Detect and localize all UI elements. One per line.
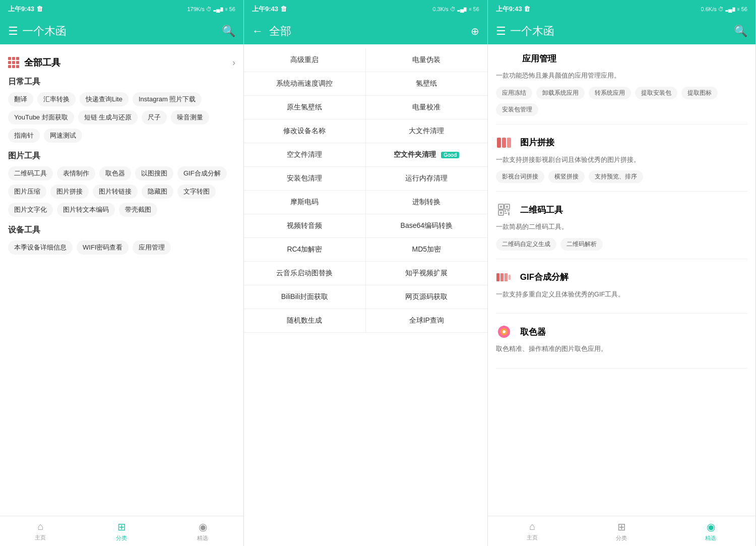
tab-category-1[interactable]: ⊞ 分类 bbox=[81, 516, 162, 546]
image-tools-title: 图片工具 bbox=[8, 151, 235, 161]
top-nav-2: ← 全部 ⊕ bbox=[244, 18, 487, 44]
tag-freeze[interactable]: 应用冻结 bbox=[496, 87, 532, 99]
svg-rect-11 bbox=[505, 213, 507, 214]
tag-transfer[interactable]: 转系统应用 bbox=[589, 87, 631, 99]
tag-preview[interactable]: 支持预览、排序 bbox=[589, 170, 643, 183]
tool-cell[interactable]: 氢壁纸 bbox=[366, 72, 487, 96]
tag-imgstitch[interactable]: 图片拼接 bbox=[50, 185, 89, 199]
tag-icon[interactable]: 提取图标 bbox=[681, 87, 718, 99]
category-icon-1: ⊞ bbox=[117, 521, 126, 533]
tag-extract[interactable]: 提取安装包 bbox=[635, 87, 677, 99]
tool-cell[interactable]: 原生氢壁纸 bbox=[244, 96, 366, 119]
menu-icon-3[interactable]: ☰ bbox=[496, 25, 506, 38]
tool-cell[interactable]: 安装包清理 bbox=[244, 167, 366, 191]
tag-wifi[interactable]: WIFI密码查看 bbox=[77, 240, 129, 255]
tag-imgcompress[interactable]: 图片压缩 bbox=[8, 185, 46, 199]
tag-hv[interactable]: 横竖拼接 bbox=[548, 170, 585, 183]
tag-img2text[interactable]: 图片转文本编码 bbox=[57, 203, 115, 217]
tool-cell[interactable]: MD5加密 bbox=[366, 238, 487, 262]
back-icon-2[interactable]: ← bbox=[252, 25, 263, 38]
tool-cell-bold[interactable]: 空文件夹清理 Good bbox=[366, 143, 487, 167]
qrcode-icon bbox=[496, 202, 512, 218]
tool-cell[interactable]: 视频转音频 bbox=[244, 214, 366, 238]
tag-subtitle[interactable]: 影视台词拼接 bbox=[496, 170, 544, 183]
tag-devinfo[interactable]: 本季设备详细信息 bbox=[8, 240, 73, 255]
all-tools-arrow[interactable]: › bbox=[232, 57, 235, 68]
table-row: 云音乐启动图替换 知乎视频扩展 bbox=[244, 262, 487, 285]
tag-shortlink[interactable]: 短链 生成与还原 bbox=[78, 110, 138, 125]
tag-gif[interactable]: GIF合成分解 bbox=[177, 166, 227, 180]
status-bar-3: 上午9:43 🗑 0.6K/s ⏱ ▂▄▆ ≋ 56 bbox=[488, 0, 755, 18]
tool-cell[interactable]: 高级重启 bbox=[244, 48, 366, 72]
tag-imgsearch[interactable]: 以图搜图 bbox=[135, 166, 173, 180]
tag-ruler[interactable]: 尺子 bbox=[142, 110, 167, 125]
search-icon-3[interactable]: 🔍 bbox=[734, 25, 747, 38]
status-bar-1: 上午9:43 🗑 179K/s ⏱ ▂▄▆ ≋ 56 bbox=[0, 0, 243, 18]
tool-cell[interactable]: 随机数生成 bbox=[244, 309, 366, 333]
svg-rect-12 bbox=[508, 212, 510, 215]
table-row: RC4加解密 MD5加密 bbox=[244, 238, 487, 262]
tag-qr-parse[interactable]: 二维码解析 bbox=[560, 238, 603, 251]
tool-list: 高级重启 电量伪装 系统动画速度调控 氢壁纸 原生氢壁纸 电量校准 修改设备名称… bbox=[244, 44, 487, 546]
all-tools-header[interactable]: 全部工具 › bbox=[8, 56, 235, 69]
tool-cell[interactable]: 摩斯电码 bbox=[244, 191, 366, 214]
featured-icon-1: ◉ bbox=[199, 521, 207, 533]
tool-cell[interactable]: 电量校准 bbox=[366, 96, 487, 119]
tag-hidden[interactable]: 隐藏图 bbox=[142, 185, 173, 199]
app-desc-gif: 一款支持多重自定义且体验优秀的GIF工具。 bbox=[496, 289, 747, 299]
tool-cell[interactable]: 系统动画速度调控 bbox=[244, 72, 366, 96]
all-tools-title: 全部工具 bbox=[24, 56, 232, 69]
svg-rect-4 bbox=[500, 206, 502, 208]
tool-cell[interactable]: 修改设备名称 bbox=[244, 119, 366, 143]
tag-qr-gen[interactable]: 二维码自定义生成 bbox=[496, 238, 556, 251]
tag-youtube[interactable]: YouTube 封面获取 bbox=[8, 110, 74, 125]
tool-cell[interactable]: 全球IP查询 bbox=[366, 309, 487, 333]
tool-cell[interactable]: 网页源码获取 bbox=[366, 285, 487, 309]
tab-category-3[interactable]: ⊞ 分类 bbox=[577, 516, 666, 546]
featured-label-1: 精选 bbox=[197, 534, 208, 542]
panel1-content: 全部工具 › 日常工具 翻译 汇率转换 快递查询Lite Instagram 照… bbox=[0, 44, 243, 516]
tag-express[interactable]: 快递查询Lite bbox=[80, 92, 129, 106]
tag-pkgmgr[interactable]: 安装包管理 bbox=[496, 103, 538, 116]
tag-instagram[interactable]: Instagram 照片下载 bbox=[133, 92, 202, 106]
tag-translate[interactable]: 翻译 bbox=[8, 92, 33, 106]
tag-qrcode[interactable]: 二维码工具 bbox=[8, 166, 53, 180]
tool-cell[interactable]: 空文件清理 bbox=[244, 143, 366, 167]
tool-cell[interactable]: 大文件清理 bbox=[366, 119, 487, 143]
tool-cell[interactable]: 知乎视频扩展 bbox=[366, 262, 487, 285]
tag-currency[interactable]: 汇率转换 bbox=[37, 92, 76, 106]
tag-imgocr[interactable]: 图片文字化 bbox=[8, 203, 53, 217]
tool-cell[interactable]: 云音乐启动图替换 bbox=[244, 262, 366, 285]
tag-emoji[interactable]: 表情制作 bbox=[57, 166, 95, 180]
tag-noise[interactable]: 噪音测量 bbox=[171, 110, 209, 125]
home-icon-1: ⌂ bbox=[37, 521, 43, 532]
menu-icon-1[interactable]: ☰ bbox=[8, 25, 18, 38]
time-3: 上午9:43 🗑 bbox=[496, 5, 531, 14]
tag-appmanage[interactable]: 应用管理 bbox=[133, 240, 171, 255]
tool-cell[interactable]: 进制转换 bbox=[366, 191, 487, 214]
app-tags-appmanager: 应用冻结 卸载系统应用 转系统应用 提取安装包 提取图标 安装包管理 bbox=[496, 87, 747, 116]
add-icon-2[interactable]: ⊕ bbox=[471, 25, 479, 37]
tab-featured-1[interactable]: ◉ 精选 bbox=[162, 516, 243, 546]
svg-rect-2 bbox=[507, 138, 511, 148]
search-icon-1[interactable]: 🔍 bbox=[222, 25, 235, 38]
tool-cell[interactable]: 电量伪装 bbox=[366, 48, 487, 72]
tool-cell[interactable]: BiliBili封面获取 bbox=[244, 285, 366, 309]
tab-home-3[interactable]: ⌂ 主页 bbox=[488, 516, 577, 546]
app-manager-icon bbox=[496, 50, 512, 67]
tag-network[interactable]: 网速测试 bbox=[44, 129, 82, 143]
device-tools-title: 设备工具 bbox=[8, 225, 235, 235]
tag-screenshot[interactable]: 带壳截图 bbox=[119, 203, 157, 217]
tag-text2img[interactable]: 文字转图 bbox=[177, 185, 216, 199]
home-label-3: 主页 bbox=[527, 534, 538, 541]
tool-cell[interactable]: RC4加解密 bbox=[244, 238, 366, 262]
tag-uninstall[interactable]: 卸载系统应用 bbox=[536, 87, 585, 99]
tag-imglink[interactable]: 图片转链接 bbox=[93, 185, 138, 199]
tab-home-1[interactable]: ⌂ 主页 bbox=[0, 516, 81, 546]
tool-cell[interactable]: 运行内存清理 bbox=[366, 167, 487, 191]
tool-cell[interactable]: Base64编码转换 bbox=[366, 214, 487, 238]
tag-colorpicker[interactable]: 取色器 bbox=[99, 166, 131, 180]
tag-compass[interactable]: 指南针 bbox=[8, 129, 40, 143]
tab-featured-3[interactable]: ◉ 精选 bbox=[666, 516, 755, 546]
featured-label-3: 精选 bbox=[705, 534, 716, 542]
